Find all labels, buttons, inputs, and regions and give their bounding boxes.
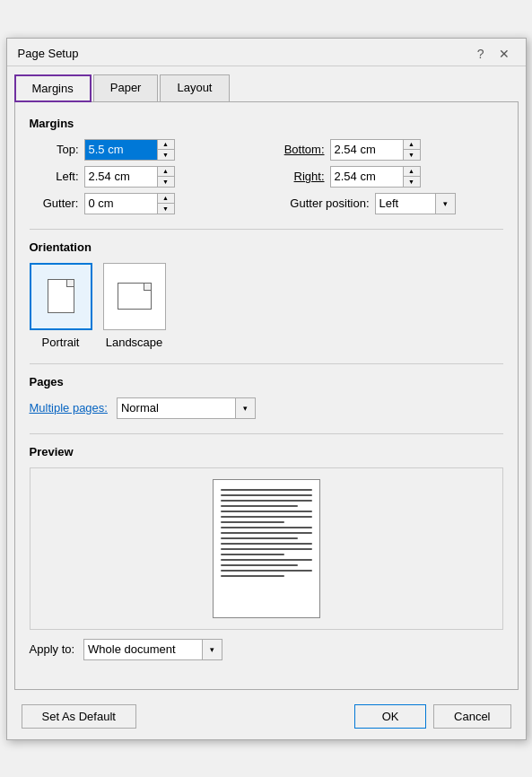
apply-to-row: Apply to: Whole document ▾ <box>30 639 503 660</box>
preview-line-1 <box>221 489 312 491</box>
apply-to-arrow-icon[interactable]: ▾ <box>202 640 222 659</box>
landscape-page-corner <box>144 284 151 291</box>
right-spinner-buttons: ▲ ▼ <box>403 167 420 187</box>
footer-left: Set As Default <box>22 704 136 729</box>
preview-line-16 <box>221 570 312 572</box>
orientation-section: Orientation Portrait <box>30 240 503 349</box>
preview-line-9 <box>221 532 312 534</box>
gutter-position-value: Left <box>376 196 435 210</box>
bottom-spin-down[interactable]: ▼ <box>404 149 420 160</box>
gutter-position-dropdown[interactable]: Left ▾ <box>375 193 456 214</box>
preview-line-17 <box>221 575 284 577</box>
preview-line-7 <box>221 521 284 523</box>
preview-line-14 <box>221 559 312 561</box>
preview-line-2 <box>221 494 312 496</box>
preview-line-4 <box>221 505 299 507</box>
top-spin-up[interactable]: ▲ <box>158 140 174 150</box>
right-spin-down[interactable]: ▼ <box>404 176 420 187</box>
right-input[interactable] <box>331 167 403 187</box>
top-input[interactable] <box>85 140 157 160</box>
tab-content: Margins Top: ▲ ▼ Bottom: ▲ <box>14 101 519 690</box>
orientation-buttons: Portrait Landscape <box>30 263 503 349</box>
preview-line-12 <box>221 548 312 550</box>
right-label: Right: <box>275 170 325 183</box>
gutter-spinner-buttons: ▲ ▼ <box>157 194 174 214</box>
left-spinner-buttons: ▲ ▼ <box>157 167 174 187</box>
preview-box <box>30 467 503 630</box>
top-spinner[interactable]: ▲ ▼ <box>84 139 175 161</box>
bottom-spinner[interactable]: ▲ ▼ <box>330 139 421 161</box>
landscape-page-shape <box>118 283 152 310</box>
pages-section-title: Pages <box>30 375 503 388</box>
tab-paper[interactable]: Paper <box>93 74 159 102</box>
preview-line-5 <box>221 511 312 512</box>
tab-bar: Margins Paper Layout <box>7 66 526 101</box>
left-spin-up[interactable]: ▲ <box>158 167 174 177</box>
portrait-page-shape <box>48 279 74 313</box>
landscape-button[interactable]: Landscape <box>103 263 166 349</box>
portrait-label: Portrait <box>42 336 80 349</box>
right-spin-up[interactable]: ▲ <box>404 167 420 177</box>
pages-divider <box>30 433 503 434</box>
bottom-field-row: Bottom: ▲ ▼ <box>275 139 503 161</box>
portrait-button[interactable]: Portrait <box>30 263 92 349</box>
gutter-position-field-row: Gutter position: Left ▾ <box>275 193 503 214</box>
gutter-position-arrow-icon[interactable]: ▾ <box>435 194 455 214</box>
gutter-position-label: Gutter position: <box>275 196 370 210</box>
orientation-divider <box>30 363 503 364</box>
top-spin-down[interactable]: ▼ <box>158 149 174 160</box>
preview-section: Preview <box>30 445 503 660</box>
dialog-title: Page Setup <box>18 47 79 60</box>
preview-line-6 <box>221 516 312 518</box>
help-button[interactable]: ? <box>472 46 490 62</box>
gutter-field-row: Gutter: ▲ ▼ <box>30 193 257 214</box>
margins-grid: Top: ▲ ▼ Bottom: ▲ ▼ <box>30 139 503 214</box>
preview-line-8 <box>221 527 312 528</box>
multiple-pages-dropdown[interactable]: Normal ▾ <box>117 397 256 419</box>
page-setup-dialog: Page Setup ? ✕ Margins Paper Layout Marg… <box>6 38 527 740</box>
bottom-input[interactable] <box>331 140 403 160</box>
multiple-pages-label: Multiple pages: <box>30 401 108 415</box>
preview-page <box>213 479 320 618</box>
top-label: Top: <box>30 143 79 156</box>
portrait-icon-box[interactable] <box>30 263 92 330</box>
gutter-spin-up[interactable]: ▲ <box>158 194 174 204</box>
bottom-spin-up[interactable]: ▲ <box>404 140 420 150</box>
left-input[interactable] <box>85 167 157 187</box>
top-field-row: Top: ▲ ▼ <box>30 139 257 161</box>
bottom-label: Bottom: <box>275 143 325 156</box>
landscape-label: Landscape <box>106 336 163 349</box>
preview-line-13 <box>221 554 284 555</box>
right-spinner[interactable]: ▲ ▼ <box>330 166 421 188</box>
dialog-footer: Set As Default OK Cancel <box>7 697 526 739</box>
multiple-pages-arrow-icon[interactable]: ▾ <box>235 398 255 418</box>
bottom-spinner-buttons: ▲ ▼ <box>403 140 420 160</box>
left-spinner[interactable]: ▲ ▼ <box>84 166 175 188</box>
gutter-spin-down[interactable]: ▼ <box>158 203 174 214</box>
gutter-label: Gutter: <box>30 196 79 210</box>
pages-section: Pages Multiple pages: Normal ▾ <box>30 375 503 419</box>
multiple-pages-value: Normal <box>118 401 235 415</box>
ok-button[interactable]: OK <box>354 704 426 729</box>
preview-line-3 <box>221 500 312 502</box>
portrait-page-corner <box>66 280 74 287</box>
tab-margins[interactable]: Margins <box>14 74 92 102</box>
title-bar-buttons: ? ✕ <box>472 46 515 62</box>
set-default-button[interactable]: Set As Default <box>22 704 136 729</box>
top-spinner-buttons: ▲ ▼ <box>157 140 174 160</box>
close-button[interactable]: ✕ <box>493 46 515 62</box>
gutter-input[interactable] <box>85 194 157 214</box>
apply-to-dropdown[interactable]: Whole document ▾ <box>83 639 222 660</box>
preview-section-title: Preview <box>30 445 503 458</box>
tab-layout[interactable]: Layout <box>160 74 229 102</box>
gutter-spinner[interactable]: ▲ ▼ <box>84 193 175 214</box>
margins-section-title: Margins <box>30 117 503 130</box>
right-field-row: Right: ▲ ▼ <box>275 166 503 188</box>
preview-line-11 <box>221 543 312 545</box>
preview-line-15 <box>221 564 299 566</box>
apply-to-value: Whole document <box>84 642 202 656</box>
landscape-icon-box[interactable] <box>103 263 166 330</box>
cancel-button[interactable]: Cancel <box>433 704 510 729</box>
left-spin-down[interactable]: ▼ <box>158 176 174 187</box>
margins-divider <box>30 229 503 230</box>
